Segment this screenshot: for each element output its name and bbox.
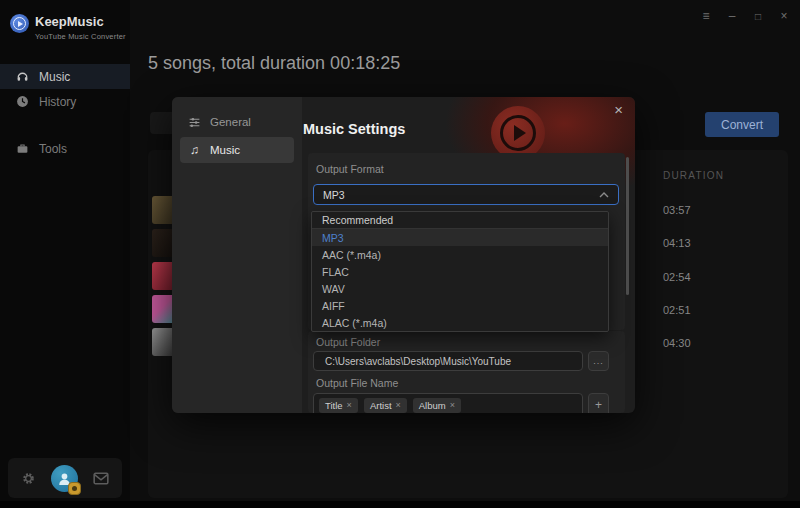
headphones-icon [16,70,29,83]
tab-label: General [210,116,251,128]
dialog-title: Music Settings [303,121,405,137]
app-name: KeepMusic [35,14,126,29]
add-tag-button[interactable]: + [588,393,609,413]
tag-label: Title [325,400,343,411]
tag-artist[interactable]: Artist × [364,398,407,413]
window-bottom-edge [0,501,800,508]
youtube-music-play-icon [491,106,545,160]
account-badge-icon [68,482,81,495]
output-format-dropdown: Recommended MP3 AAC (*.m4a) FLAC WAV AIF… [311,211,609,332]
remove-tag-icon[interactable]: × [396,400,401,410]
output-folder-label: Output Folder [316,336,380,348]
tag-title[interactable]: Title × [319,398,358,413]
toolbox-icon [16,142,29,155]
sidebar-item-history[interactable]: History [0,89,130,114]
mail-icon[interactable] [93,472,109,485]
clock-icon [16,95,29,108]
sidebar-item-music[interactable]: Music [0,64,130,89]
sidebar-item-tools[interactable]: Tools [0,136,130,161]
close-window-icon[interactable]: × [776,8,792,24]
sidebar-item-label: History [39,95,76,109]
song-duration: 02:54 [663,271,713,283]
file-name-tags-input[interactable]: Title × Artist × Album × [313,393,583,413]
dialog-sidebar: General ♫ Music [172,97,302,413]
output-file-name-label: Output File Name [316,377,398,389]
remove-tag-icon[interactable]: × [347,400,352,410]
sidebar-nav: Music History Tools [0,64,130,161]
output-format-label: Output Format [316,163,384,175]
dialog-scrollbar[interactable] [626,157,629,295]
tag-label: Album [419,400,446,411]
menu-icon[interactable]: ≡ [698,8,714,24]
dropdown-group-recommended: Recommended [312,212,608,229]
chevron-up-icon [599,192,609,198]
sliders-icon [188,116,201,129]
output-format-select[interactable]: MP3 [313,184,619,205]
dropdown-option-wav[interactable]: WAV [312,280,608,297]
dropdown-option-mp3[interactable]: MP3 [312,229,608,246]
dropdown-option-alac[interactable]: ALAC (*.m4a) [312,314,608,331]
play-logo-icon [10,14,29,33]
convert-button[interactable]: Convert [705,112,779,137]
music-note-icon: ♫ [188,144,201,157]
app-logo: KeepMusic YouTube Music Converter [0,0,130,41]
tab-label: Music [210,144,240,156]
dropdown-option-aac[interactable]: AAC (*.m4a) [312,246,608,263]
settings-dialog: General ♫ Music Music Settings × Output … [172,97,635,413]
minimize-icon[interactable]: – [724,8,740,24]
gear-icon[interactable] [21,471,36,486]
sidebar-item-label: Music [39,70,70,84]
tab-music[interactable]: ♫ Music [180,137,294,163]
sidebar: KeepMusic YouTube Music Converter Music … [0,0,130,508]
close-dialog-icon[interactable]: × [614,101,623,118]
tag-label: Artist [370,400,392,411]
sidebar-item-label: Tools [39,142,67,156]
account-panel [8,458,122,498]
tag-album[interactable]: Album × [413,398,461,413]
duration-column-header: DURATION [663,170,724,181]
output-folder-input[interactable] [313,351,583,371]
maximize-icon[interactable]: □ [750,8,766,24]
song-duration: 04:30 [663,337,713,349]
avatar[interactable] [51,465,78,492]
tab-general[interactable]: General [180,109,294,135]
song-duration: 02:51 [663,304,713,316]
titlebar-controls: ≡ – □ × [698,8,792,24]
app-tagline: YouTube Music Converter [35,32,126,41]
page-title: 5 songs, total duration 00:18:25 [148,53,400,74]
output-panel: Output Folder ... Output File Name Title… [308,331,625,413]
song-duration: 04:13 [663,237,713,249]
output-format-value: MP3 [323,189,599,201]
remove-tag-icon[interactable]: × [450,400,455,410]
song-duration: 03:57 [663,204,713,216]
dropdown-option-aiff[interactable]: AIFF [312,297,608,314]
dropdown-option-flac[interactable]: FLAC [312,263,608,280]
browse-folder-button[interactable]: ... [588,351,609,371]
app-window: ≡ – □ × KeepMusic YouTube Music Converte… [0,0,800,508]
